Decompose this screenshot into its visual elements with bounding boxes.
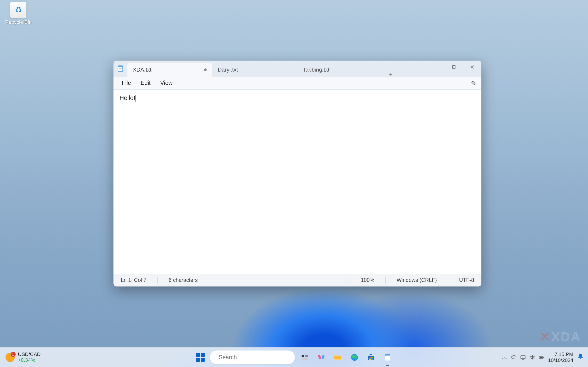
taskbar-store[interactable] (364, 351, 378, 364)
recycle-bin[interactable]: Recycle Bin (5, 2, 32, 25)
gear-icon (470, 80, 476, 86)
taskbar-edge[interactable] (348, 351, 361, 364)
folder-icon (334, 353, 342, 362)
edge-icon (350, 353, 359, 362)
windows-logo-icon (196, 353, 205, 362)
notification-icon[interactable] (577, 353, 584, 361)
svg-rect-15 (305, 355, 308, 357)
statusbar: Ln 1, Col 7 6 characters 100% Windows (C… (113, 274, 481, 286)
tab-label: Tabbing.txt (303, 67, 329, 73)
svg-rect-35 (540, 357, 543, 358)
task-view-button[interactable] (298, 351, 311, 364)
new-tab-button[interactable] (382, 72, 398, 77)
search-input[interactable] (219, 354, 291, 361)
notepad-icon (383, 353, 392, 362)
svg-rect-20 (369, 357, 371, 358)
task-view-icon (301, 353, 309, 361)
svg-rect-16 (302, 358, 308, 360)
close-button[interactable] (463, 60, 481, 73)
status-chars: 6 characters (168, 277, 199, 283)
window-controls (426, 60, 481, 77)
tab-divider (382, 66, 382, 73)
taskbar-time: 7:15 PM (554, 351, 573, 357)
menu-file[interactable]: File (118, 78, 135, 88)
taskbar-center (194, 350, 394, 364)
svg-rect-34 (544, 357, 544, 358)
text-editor[interactable]: Hello! (113, 90, 481, 274)
desktop: Recycle Bin XDA.txt Daryl.txt Tabbing.tx… (0, 0, 588, 367)
recycle-bin-label: Recycle Bin (5, 19, 32, 25)
maximize-button[interactable] (445, 60, 463, 73)
widget-stock: USD/CAD +0.34% (18, 352, 41, 363)
start-button[interactable] (194, 351, 207, 364)
volume-icon[interactable] (529, 354, 535, 360)
svg-rect-23 (371, 359, 373, 360)
text-cursor (136, 95, 136, 102)
battery-icon[interactable] (538, 354, 544, 360)
tab-strip: XDA.txt Daryl.txt Tabbing.txt (127, 60, 426, 77)
taskbar-datetime[interactable]: 7:15 PM 10/10/2024 (548, 351, 573, 363)
taskbar-explorer[interactable] (331, 351, 345, 364)
tray-chevron-icon[interactable]: ︿ (502, 354, 507, 361)
recycle-bin-icon (10, 2, 26, 18)
taskbar-copilot[interactable] (315, 351, 328, 364)
status-position: Ln 1, Col 7 (120, 277, 147, 283)
taskbar-notepad[interactable] (381, 351, 394, 364)
svg-rect-29 (521, 356, 525, 359)
status-encoding[interactable]: UTF-8 (458, 277, 475, 283)
tab-tabbing[interactable]: Tabbing.txt (297, 63, 382, 77)
watermark: ✕XDA (540, 329, 581, 344)
widget-change: +0.34% (18, 357, 41, 363)
tab-xda[interactable]: XDA.txt (127, 63, 212, 77)
copilot-icon (317, 353, 326, 362)
editor-content: Hello! (120, 94, 135, 101)
tab-daryl[interactable]: Daryl.txt (212, 63, 297, 77)
onedrive-icon[interactable] (511, 354, 517, 360)
display-icon[interactable] (520, 354, 526, 360)
taskbar-right: ︿ 7:15 PM 10/10/2024 (502, 348, 584, 367)
taskbar: USD/CAD +0.34% (0, 347, 588, 367)
widget-icon (6, 353, 15, 362)
taskbar-date: 10/10/2024 (548, 357, 573, 363)
widget-symbol: USD/CAD (18, 352, 41, 357)
titlebar[interactable]: XDA.txt Daryl.txt Tabbing.txt (113, 60, 481, 77)
minimize-button[interactable] (426, 60, 445, 73)
tab-label: Daryl.txt (218, 67, 238, 73)
svg-rect-22 (369, 359, 371, 360)
svg-rect-25 (385, 354, 390, 356)
notepad-window: XDA.txt Daryl.txt Tabbing.txt (113, 60, 481, 286)
taskbar-search[interactable] (210, 350, 295, 364)
status-line-ending[interactable]: Windows (CRLF) (396, 277, 438, 283)
system-tray[interactable] (511, 354, 544, 360)
svg-rect-8 (452, 66, 455, 68)
menu-edit[interactable]: Edit (137, 78, 155, 88)
settings-button[interactable] (468, 79, 477, 87)
tab-label: XDA.txt (133, 67, 151, 73)
store-icon (367, 353, 375, 362)
taskbar-widgets[interactable]: USD/CAD +0.34% (6, 348, 41, 367)
status-zoom[interactable]: 100% (360, 277, 375, 283)
svg-rect-21 (371, 357, 373, 358)
menubar: File Edit View (113, 77, 481, 90)
notepad-app-icon (113, 60, 127, 77)
menu-view[interactable]: View (156, 78, 177, 88)
svg-rect-1 (118, 66, 123, 67)
svg-rect-14 (302, 355, 304, 357)
unsaved-indicator-icon (204, 68, 207, 71)
